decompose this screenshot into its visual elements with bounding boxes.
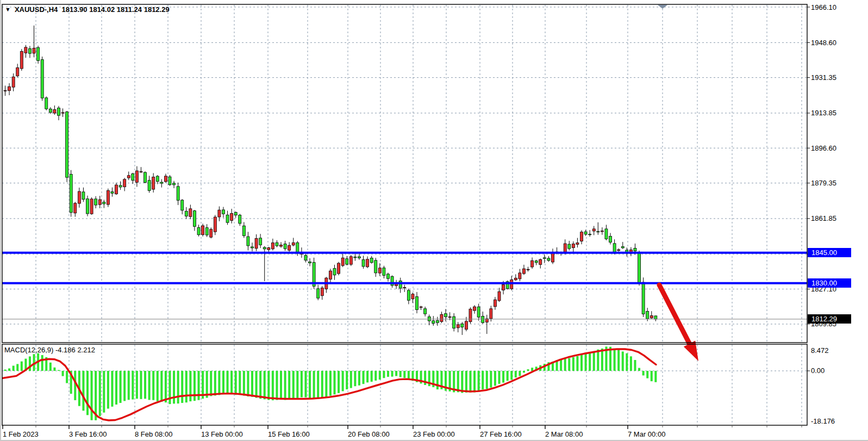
time-axis-label: 2 Mar 08:00: [545, 430, 583, 439]
macd-histogram-bar: [510, 371, 513, 380]
candle-body: [66, 112, 68, 177]
candle-body: [119, 185, 122, 187]
macd-histogram-bar: [325, 371, 327, 397]
candle-body: [445, 314, 447, 317]
candle-body: [132, 174, 134, 181]
macd-histogram-bar: [235, 371, 237, 395]
candle-body: [609, 236, 612, 242]
macd-histogram-bar: [498, 371, 501, 384]
candle-body: [568, 244, 571, 249]
candle-body: [531, 260, 534, 267]
candle-body: [135, 171, 138, 182]
candle-body: [341, 258, 344, 265]
candle-body: [168, 177, 171, 185]
macd-histogram-bar: [230, 371, 233, 394]
candle-body: [61, 113, 64, 113]
chart-canvas[interactable]: [0, 0, 868, 441]
macd-histogram-bar: [189, 371, 191, 401]
candle-body: [57, 108, 60, 115]
macd-histogram-bar: [531, 368, 533, 371]
candle-body: [140, 172, 142, 172]
macd-histogram-bar: [99, 371, 101, 416]
candle-body: [416, 297, 419, 310]
macd-histogram-bar: [210, 371, 212, 396]
candle-body: [592, 229, 595, 231]
macd-histogram-bar: [346, 371, 348, 389]
macd-histogram-bar: [593, 351, 595, 371]
candle-body: [271, 243, 274, 249]
candle-body: [383, 268, 385, 276]
price-axis-label: 1896.60: [811, 144, 836, 153]
candle-body: [362, 260, 365, 266]
candle-body: [601, 231, 603, 232]
candle-body: [457, 325, 459, 328]
candle-body: [580, 232, 583, 241]
candle-body: [82, 192, 85, 200]
candle-body: [284, 244, 286, 249]
macd-histogram-bar: [617, 350, 620, 371]
candle-body: [349, 257, 352, 264]
candle-body: [148, 181, 151, 191]
candle-body: [420, 307, 422, 307]
macd-histogram-bar: [358, 371, 360, 386]
candle-body: [329, 271, 332, 279]
candle-body: [498, 291, 501, 301]
chart-shift-marker-icon[interactable]: [658, 5, 667, 9]
price-axis[interactable]: 1966.101948.601931.351913.851896.601879.…: [808, 0, 868, 426]
macd-histogram-bar: [214, 371, 216, 395]
candle-body: [127, 176, 130, 178]
candle-body: [539, 259, 542, 264]
candle-body: [4, 90, 7, 91]
time-axis[interactable]: 1 Feb 20233 Feb 16:008 Feb 08:0013 Feb 0…: [0, 426, 868, 439]
macd-histogram-bar: [568, 358, 570, 371]
price-level-badge-1812.29: 1812.29: [808, 314, 851, 324]
macd-histogram-bar: [519, 371, 521, 376]
symbol-period-label: XAUUSD-,H4: [15, 5, 58, 14]
macd-histogram-bar: [391, 371, 394, 377]
macd-histogram-bar: [478, 371, 480, 392]
macd-histogram-bar: [111, 371, 113, 407]
macd-histogram-bar: [654, 371, 657, 382]
macd-histogram-bar: [371, 371, 373, 382]
macd-histogram-bar: [363, 371, 365, 384]
macd-histogram-bar: [267, 371, 270, 400]
candle-body: [74, 203, 77, 213]
macd-histogram-bar: [222, 371, 224, 394]
candle-body: [103, 202, 105, 204]
candle-body: [70, 174, 72, 212]
macd-histogram-bar: [276, 371, 278, 400]
candle-body: [214, 217, 216, 232]
candle-body: [197, 227, 200, 234]
candle-body: [453, 316, 455, 328]
time-axis-label: 15 Feb 16:00: [268, 430, 310, 439]
macd-histogram-bar: [8, 368, 10, 371]
candle-body: [490, 309, 492, 319]
macd-histogram-bar: [165, 371, 167, 402]
candle-body: [226, 215, 229, 222]
macd-histogram-bar: [16, 364, 18, 371]
time-axis-label: 8 Feb 08:00: [135, 430, 172, 439]
macd-histogram-bar: [284, 371, 286, 400]
candle-body: [617, 250, 620, 251]
macd-histogram-bar: [136, 371, 138, 399]
symbol-header: ▼XAUUSD-,H4 1813.90 1814.02 1811.24 1812…: [4, 5, 170, 14]
candle-body: [477, 307, 480, 317]
candle-body: [20, 51, 23, 69]
price-axis-label: 1861.85: [811, 214, 836, 223]
macd-pane[interactable]: [2, 345, 807, 425]
candle-body: [642, 282, 645, 314]
candle-body: [333, 269, 336, 275]
chart-window: ▼XAUUSD-,H4 1813.90 1814.02 1811.24 1812…: [0, 0, 868, 441]
macd-histogram-bar: [103, 371, 105, 413]
candle-body: [547, 258, 550, 260]
candle-body: [115, 185, 118, 194]
symbol-dropdown-icon[interactable]: ▼: [5, 7, 10, 13]
macd-histogram-bar: [29, 356, 31, 371]
trend-arrow[interactable]: [659, 285, 698, 361]
main-pane[interactable]: [2, 5, 807, 342]
candle-body: [28, 48, 31, 53]
candle-body: [502, 284, 505, 290]
macd-histogram-bar: [173, 371, 175, 403]
macd-histogram-bar: [272, 371, 274, 400]
macd-histogram-bar: [379, 371, 381, 380]
